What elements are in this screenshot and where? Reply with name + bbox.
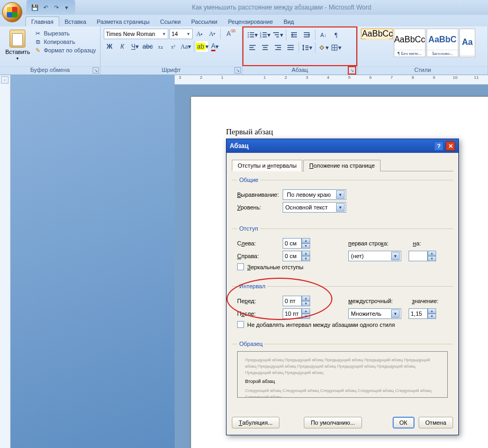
subscript-button[interactable]: x₂	[155, 41, 166, 52]
horizontal-ruler[interactable]: 321 1234567891011121314151617	[175, 75, 488, 85]
space-after-input[interactable]	[283, 308, 302, 319]
clear-formatting-button[interactable]: A⌫	[223, 29, 234, 39]
vertical-ruler[interactable]	[0, 75, 11, 448]
label-firstline: первая строка:	[348, 240, 388, 246]
tab-layout[interactable]: Разметка страницы	[92, 17, 155, 26]
line-spacing-button[interactable]: ▾	[301, 42, 313, 53]
tab-mailings[interactable]: Рассылки	[186, 17, 222, 26]
shrink-font-button[interactable]: A▾	[206, 29, 218, 39]
undo-icon[interactable]: ↶	[41, 3, 50, 12]
grow-font-button[interactable]: A▴	[194, 29, 205, 39]
tab-references[interactable]: Ссылки	[155, 17, 186, 26]
help-button[interactable]: ?	[434, 141, 444, 151]
font-group-label: Шрифт	[161, 67, 180, 73]
style-normal[interactable]: AaBbCc¶ Обычный	[361, 29, 393, 39]
group-styles: AaBbCc¶ Обычный AaBbCc¶ Без инте... AaBb…	[358, 26, 488, 75]
tab-review[interactable]: Рецензирование	[223, 17, 278, 26]
change-case-button[interactable]: Aa▾	[180, 41, 192, 52]
save-icon[interactable]: 💾	[31, 3, 39, 12]
align-right-button[interactable]	[272, 42, 284, 53]
level-select[interactable]: Основной текст▼	[283, 202, 346, 213]
paste-button[interactable]: Вставить ▾	[3, 29, 32, 62]
tabs-button[interactable]: Табуляция...	[232, 417, 279, 428]
space-before-spinner[interactable]: ▲▼	[283, 296, 310, 306]
multilevel-button[interactable]: ▾	[272, 30, 284, 40]
alignment-select[interactable]: По левому краю▼	[283, 189, 346, 200]
legend-preview: Образец	[237, 341, 265, 347]
preview-prev: Предыдущий абзац Предыдущий абзац Предыд…	[245, 357, 440, 376]
clipboard-dialog-launcher[interactable]: ↘	[93, 67, 99, 74]
space-before-input[interactable]	[283, 296, 302, 306]
font-size-combo[interactable]: 14▼	[169, 29, 193, 39]
linespacing-select[interactable]: Множитель▼	[348, 308, 401, 319]
increase-indent-button[interactable]	[301, 30, 313, 40]
numbering-button[interactable]: 123▾	[259, 30, 271, 40]
svg-rect-17	[291, 36, 297, 38]
document-text[interactable]: Первый абзац	[226, 127, 273, 136]
svg-rect-15	[291, 32, 297, 33]
sort-button[interactable]: А↓	[318, 30, 329, 40]
tab-view[interactable]: Вид	[278, 17, 300, 26]
close-button[interactable]: ✕	[446, 141, 455, 151]
decrease-indent-button[interactable]	[288, 30, 300, 40]
indent-left-input[interactable]	[283, 238, 302, 249]
cancel-button[interactable]: Отмена	[419, 417, 453, 428]
linespacing-at-spinner[interactable]: ▲▼	[409, 308, 436, 319]
svg-point-0	[248, 32, 249, 33]
linespacing-at-input[interactable]	[409, 308, 428, 319]
ok-button[interactable]: ОК	[393, 417, 414, 428]
redo-icon[interactable]: ↷	[52, 3, 60, 12]
styles-group-label: Стили	[414, 67, 431, 73]
group-spacing: Интервал Перед: ▲▼ междустрочный: значен…	[232, 283, 453, 335]
copy-button[interactable]: ⧉Копировать	[34, 38, 96, 45]
qat-customize-icon[interactable]: ▾	[62, 3, 71, 12]
italic-button[interactable]: К	[116, 41, 128, 52]
underline-button[interactable]: Ч▾	[129, 41, 141, 52]
ruler-corner[interactable]: ▫	[1, 76, 8, 84]
tab-line-breaks[interactable]: Положение на странице	[303, 160, 381, 171]
indent-left-spinner[interactable]: ▲▼	[283, 238, 310, 249]
firstline-by-input[interactable]	[409, 251, 428, 261]
align-left-button[interactable]	[247, 42, 258, 53]
style-heading1[interactable]: AaBbCЗаголово...	[427, 29, 458, 57]
superscript-button[interactable]: x²	[167, 41, 179, 52]
cut-button[interactable]: ✂Вырезать	[34, 30, 96, 37]
no-space-same-style-checkbox[interactable]: Не добавлять интервал между абзацами одн…	[237, 321, 448, 328]
style-no-spacing[interactable]: AaBbCc¶ Без инте...	[394, 29, 426, 57]
paragraph-dialog-launcher[interactable]: ↘	[348, 66, 356, 75]
font-name-combo[interactable]: Times New Roman▼	[104, 29, 168, 39]
bullets-button[interactable]: ▾	[247, 30, 258, 40]
mirror-indents-checkbox[interactable]: Зеркальные отступы	[237, 263, 448, 270]
font-size-value: 14	[171, 31, 178, 37]
office-button[interactable]	[2, 2, 22, 22]
label-right: Справа:	[237, 253, 279, 259]
show-marks-button[interactable]: ¶	[330, 30, 342, 40]
dialog-titlebar[interactable]: Абзац ? ✕	[227, 139, 458, 153]
shading-button[interactable]: ▾	[318, 42, 329, 53]
align-center-button[interactable]	[259, 42, 271, 53]
style-heading2[interactable]: Aa	[459, 29, 475, 57]
space-after-spinner[interactable]: ▲▼	[283, 308, 310, 319]
default-button[interactable]: По умолчанию...	[304, 417, 362, 428]
firstline-by-spinner[interactable]: ▲▼	[409, 251, 436, 261]
firstline-select[interactable]: (нет)▼	[348, 251, 401, 261]
label-level: Уровень:	[237, 204, 279, 211]
indent-right-input[interactable]	[283, 251, 302, 261]
svg-marker-22	[309, 33, 310, 36]
tab-indents-spacing[interactable]: Отступы и интервалы	[232, 160, 302, 171]
svg-rect-34	[287, 49, 294, 50]
borders-button[interactable]: ▾	[330, 42, 342, 53]
justify-button[interactable]	[285, 42, 296, 53]
group-general: Общие Выравнивание: По левому краю▼ Уров…	[232, 177, 453, 220]
format-painter-button[interactable]: ✎Формат по образцу	[34, 47, 96, 54]
strike-button[interactable]: abc	[142, 41, 153, 52]
paste-label: Вставить	[5, 49, 30, 55]
font-color-button[interactable]: A▾	[209, 41, 221, 52]
tab-insert[interactable]: Вставка	[59, 17, 92, 26]
highlight-button[interactable]: ab▾	[196, 41, 208, 52]
copy-icon: ⧉	[34, 38, 42, 45]
indent-right-spinner[interactable]: ▲▼	[283, 251, 310, 261]
bold-button[interactable]: Ж	[104, 41, 115, 52]
font-dialog-launcher[interactable]: ↘	[234, 67, 241, 74]
tab-home[interactable]: Главная	[25, 16, 59, 26]
